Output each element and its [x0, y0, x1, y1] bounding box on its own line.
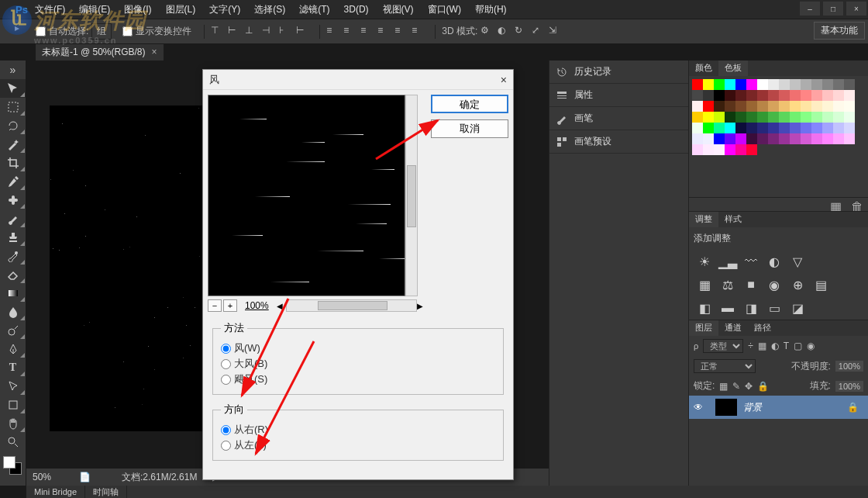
swatch-cell[interactable]	[725, 112, 735, 123]
swatch-cell[interactable]	[844, 79, 855, 90]
blend-mode-select[interactable]: 正常	[694, 359, 756, 373]
swatch-cell[interactable]	[801, 123, 811, 133]
swatch-cell[interactable]	[725, 90, 735, 101]
swatch-cell[interactable]	[692, 112, 703, 123]
collapse-toolbox-icon[interactable]: »	[0, 61, 26, 79]
swatch-cell[interactable]	[746, 90, 757, 101]
shape-tool[interactable]	[0, 396, 26, 414]
panel-brush[interactable]: 画笔	[549, 107, 688, 130]
filter-shape-icon[interactable]: ▢	[794, 341, 802, 351]
align-vcenter-icon[interactable]: ⊢	[228, 25, 242, 39]
swatch-cell[interactable]	[768, 133, 779, 144]
menu-type[interactable]: 文字(Y)	[202, 3, 247, 16]
swatch-cell[interactable]	[833, 112, 844, 123]
menu-3d[interactable]: 3D(D)	[337, 4, 376, 15]
swatch-cell[interactable]	[822, 123, 833, 133]
dialog-titlebar[interactable]: 风 ×	[203, 70, 513, 90]
status-zoom[interactable]: 50%	[33, 472, 79, 482]
swatch-cell[interactable]	[811, 101, 822, 112]
swatch-cell[interactable]	[779, 90, 790, 101]
auto-select-target[interactable]: 组	[91, 23, 112, 40]
adj-hue-icon[interactable]: ▦	[697, 278, 712, 292]
swatch-cell[interactable]	[779, 79, 790, 90]
swatches-grid[interactable]	[689, 76, 868, 158]
swatch-cell[interactable]	[790, 79, 801, 90]
swatch-cell[interactable]	[725, 101, 735, 112]
swatch-cell[interactable]	[725, 133, 735, 144]
menu-view[interactable]: 视图(V)	[376, 3, 421, 16]
zoom-in-button[interactable]: +	[223, 299, 237, 312]
menu-file[interactable]: 文件(F)	[28, 3, 72, 16]
swatch-cell[interactable]	[768, 123, 779, 133]
adj-lookup-icon[interactable]: ▤	[813, 278, 828, 292]
pen-tool[interactable]	[0, 340, 26, 358]
align-bottom-icon[interactable]: ⊥	[245, 25, 259, 39]
tab-channels[interactable]: 通道	[718, 320, 748, 336]
swatch-cell[interactable]	[703, 101, 714, 112]
swatch-cell[interactable]	[714, 101, 725, 112]
opacity-value[interactable]: 100%	[835, 361, 863, 372]
method-stagger[interactable]: 飓风(S)	[221, 372, 495, 386]
method-blast-radio[interactable]	[221, 359, 231, 369]
swatch-cell[interactable]	[735, 79, 746, 90]
adj-bw-icon[interactable]: ■	[743, 278, 759, 292]
filter-adj-icon[interactable]: ◐	[771, 341, 779, 351]
align-top-icon[interactable]: ⊤	[211, 25, 225, 39]
method-blast[interactable]: 大风(B)	[221, 357, 495, 371]
swatch-cell[interactable]	[779, 101, 790, 112]
filter-smart-icon[interactable]: ◉	[807, 341, 815, 351]
adj-invert-icon[interactable]: ◧	[697, 301, 712, 315]
swatch-cell[interactable]	[746, 144, 757, 155]
swatch-cell[interactable]	[703, 144, 714, 155]
panel-properties[interactable]: 属性	[549, 84, 688, 107]
ok-button[interactable]: 确定	[431, 95, 508, 113]
swatch-cell[interactable]	[746, 133, 757, 144]
type-tool[interactable]: T	[0, 358, 26, 377]
dist-5-icon[interactable]: ≡	[394, 25, 408, 39]
swatch-cell[interactable]	[735, 112, 746, 123]
fill-value[interactable]: 100%	[835, 381, 863, 392]
filter-type-icon[interactable]: T	[784, 341, 789, 351]
lock-paint-icon[interactable]: ✎	[732, 381, 740, 392]
swatch-cell[interactable]	[692, 79, 703, 90]
swatch-cell[interactable]	[822, 90, 833, 101]
swatch-cell[interactable]	[735, 144, 746, 155]
hand-tool[interactable]	[0, 414, 26, 433]
adj-exposure-icon[interactable]: ◐	[766, 254, 782, 268]
stamp-tool[interactable]	[0, 228, 26, 247]
swatch-cell[interactable]	[833, 101, 844, 112]
swatch-cell[interactable]	[790, 101, 801, 112]
swatch-cell[interactable]	[735, 90, 746, 101]
swatch-cell[interactable]	[725, 79, 735, 90]
eraser-tool[interactable]	[0, 265, 26, 284]
swatch-cell[interactable]	[844, 112, 855, 123]
swatch-cell[interactable]	[725, 144, 735, 155]
swatch-cell[interactable]	[801, 112, 811, 123]
swatch-cell[interactable]	[844, 90, 855, 101]
dialog-close-icon[interactable]: ×	[501, 74, 507, 86]
swatch-cell[interactable]	[811, 79, 822, 90]
swatch-cell[interactable]	[779, 123, 790, 133]
layer-filter-kind[interactable]: 类型	[703, 339, 743, 353]
swatch-cell[interactable]	[768, 79, 779, 90]
tab-layers[interactable]: 图层	[689, 320, 718, 336]
swatch-cell[interactable]	[714, 133, 725, 144]
swatch-cell[interactable]	[811, 123, 822, 133]
window-close-button[interactable]: ×	[846, 2, 866, 16]
zoom-right-icon[interactable]: ▶	[417, 302, 423, 310]
adj-threshold-icon[interactable]: ◨	[743, 301, 759, 315]
swatch-cell[interactable]	[692, 101, 703, 112]
swatch-cell[interactable]	[692, 123, 703, 133]
menu-select[interactable]: 选择(S)	[247, 3, 292, 16]
window-minimize-button[interactable]: –	[800, 2, 820, 16]
dist-6-icon[interactable]: ≡	[412, 25, 425, 39]
brush-tool[interactable]	[0, 209, 26, 228]
layer-background[interactable]: 👁 背景 🔒	[689, 396, 868, 419]
tab-adjustments[interactable]: 调整	[689, 212, 718, 227]
menu-help[interactable]: 帮助(H)	[468, 3, 514, 16]
menu-window[interactable]: 窗口(W)	[421, 3, 468, 16]
tab-color[interactable]: 颜色	[689, 61, 718, 76]
panel-history[interactable]: 历史记录	[549, 61, 688, 84]
align-hcenter-icon[interactable]: ⊦	[279, 25, 293, 39]
lock-all-icon[interactable]: 🔒	[757, 381, 769, 392]
